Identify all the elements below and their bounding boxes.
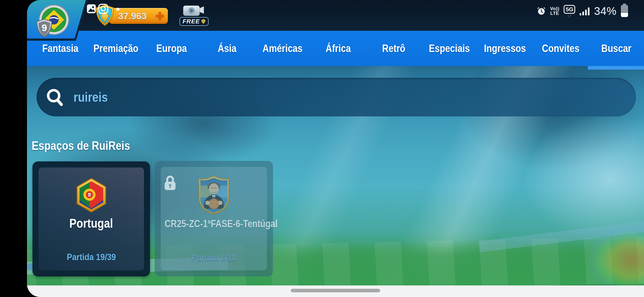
volte-icon: Vo)) LTE bbox=[550, 6, 560, 16]
battery-percent: 34% bbox=[594, 5, 616, 17]
level-badge: 9 bbox=[35, 19, 53, 37]
tab-africa[interactable]: África bbox=[310, 31, 366, 66]
alarm-icon bbox=[537, 7, 546, 15]
video-camera-icon bbox=[181, 4, 207, 17]
level-number: 9 bbox=[42, 22, 47, 33]
search-value: ruireis bbox=[73, 90, 108, 105]
profile-corner-tab[interactable]: 9 bbox=[27, 0, 89, 41]
tab-americas[interactable]: Américas bbox=[255, 31, 310, 66]
section-title: Espaços de RuiReis bbox=[32, 139, 148, 153]
add-coins-icon[interactable] bbox=[156, 12, 164, 20]
app-window: 4|25 OSM 24/25 19:31 bbox=[27, 0, 644, 297]
mini-shield-icon bbox=[201, 19, 206, 24]
tab-retro[interactable]: Retrô bbox=[366, 31, 422, 66]
home-indicator[interactable] bbox=[291, 289, 380, 292]
card-title: Portugal bbox=[32, 216, 150, 231]
battery-icon bbox=[621, 5, 628, 17]
network-5g-icon: 5G ↓↑ bbox=[564, 5, 575, 17]
signal-bars-icon bbox=[580, 6, 590, 16]
category-tab-bar: Fantasia Premiação Europa Ásia Américas … bbox=[27, 31, 644, 66]
instagram-icon bbox=[98, 3, 109, 14]
space-card-tentugal-locked[interactable]: 150 CR25-ZC-1ªFASE-6-Tentúgal Partida 6/… bbox=[155, 161, 273, 276]
tab-convites[interactable]: Convites bbox=[533, 31, 588, 66]
tab-ingressos[interactable]: Ingressos bbox=[477, 31, 533, 66]
tab-buscar[interactable]: Buscar bbox=[588, 31, 644, 66]
search-icon bbox=[46, 88, 64, 106]
hexagon-flag-icon bbox=[73, 177, 109, 213]
search-input[interactable]: ruireis bbox=[37, 78, 636, 116]
locked-overlay bbox=[155, 161, 273, 276]
system-nav-strip bbox=[27, 285, 644, 297]
status-bar: 19:31 bbox=[27, 0, 644, 31]
portugal-flag-badge bbox=[32, 177, 150, 214]
tab-europa[interactable]: Europa bbox=[144, 31, 199, 66]
card-match-progress: Partida 19/39 bbox=[32, 252, 150, 262]
tab-asia[interactable]: Ásia bbox=[199, 31, 255, 66]
space-card-portugal[interactable]: Portugal Partida 19/39 bbox=[32, 161, 150, 276]
free-pill: FREE bbox=[179, 17, 209, 26]
selected-tab-indicator bbox=[588, 66, 644, 70]
phone-screen: 4|25 OSM 24/25 19:31 bbox=[0, 0, 644, 297]
free-label: FREE bbox=[182, 18, 200, 25]
lens-flare bbox=[558, 209, 644, 297]
free-video-reward-button[interactable]: FREE bbox=[179, 4, 210, 26]
tab-premiacao[interactable]: Premiação bbox=[88, 31, 144, 66]
tab-especiais[interactable]: Especiais bbox=[422, 31, 477, 66]
notification-dot bbox=[116, 8, 119, 11]
system-status-icons: Vo)) LTE 5G ↓↑ 34% bbox=[537, 3, 628, 19]
